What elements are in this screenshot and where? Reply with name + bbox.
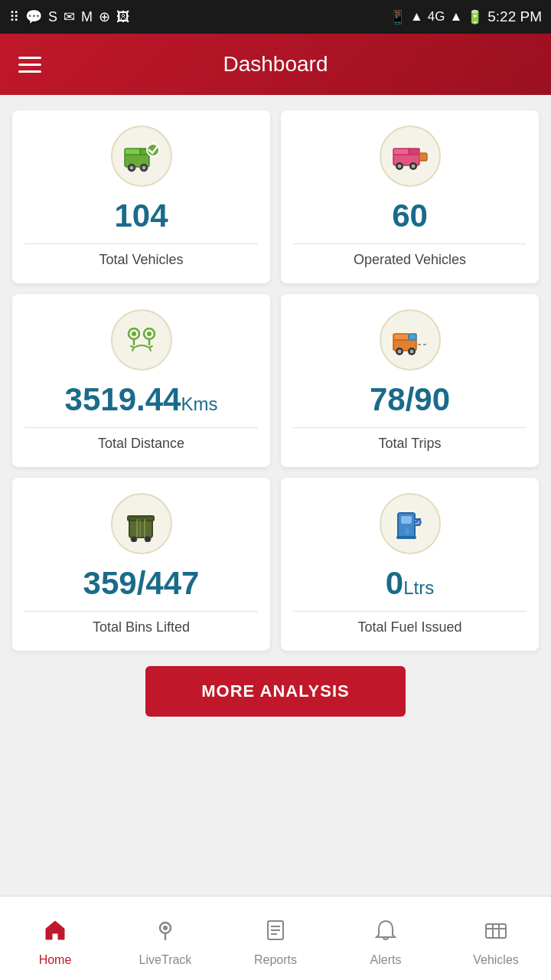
total-vehicles-icon: [111, 126, 172, 187]
svg-point-26: [397, 350, 401, 354]
total-distance-value: 3519.44Kms: [65, 381, 218, 418]
total-vehicles-value: 104: [114, 198, 168, 234]
header: Dashboard: [0, 34, 551, 95]
svg-point-17: [132, 332, 136, 336]
svg-point-12: [397, 165, 401, 168]
svg-point-41: [163, 926, 168, 930]
gmail-icon: M: [81, 9, 93, 25]
svg-rect-23: [393, 334, 409, 340]
status-left-icons: ⠿ 💬 S ✉ M ⊕ 🖼: [9, 8, 130, 25]
phone-icon: 📱: [390, 9, 406, 25]
operated-vehicles-value: 60: [392, 198, 428, 234]
alerts-icon: [373, 918, 398, 949]
svg-rect-39: [396, 536, 416, 539]
svg-point-35: [145, 536, 151, 542]
status-bar: ⠿ 💬 S ✉ M ⊕ 🖼 📱 ▲ 4G ▲ 🔋 5:22 PM: [0, 0, 551, 34]
total-bins-icon: [111, 493, 172, 554]
home-label: Home: [39, 953, 72, 967]
card-total-trips[interactable]: 78/90 Total Trips: [281, 294, 539, 467]
svg-rect-1: [125, 149, 142, 155]
svg-rect-24: [409, 334, 416, 340]
fuel-unit: Ltrs: [403, 577, 434, 598]
svg-rect-30: [129, 519, 152, 537]
card-total-bins[interactable]: 359/447 Total Bins Lifted: [12, 478, 270, 651]
operated-vehicles-label: Operated Vehicles: [354, 252, 466, 268]
card-divider-6: [293, 611, 527, 612]
svg-rect-9: [393, 149, 410, 155]
total-bins-value: 359/447: [83, 565, 200, 602]
more-analysis-button[interactable]: MORE ANALYSIS: [145, 666, 406, 717]
card-total-vehicles[interactable]: 104 Total Vehicles: [12, 110, 270, 283]
svg-rect-46: [486, 924, 506, 938]
card-total-fuel[interactable]: 0Ltrs Total Fuel Issued: [281, 478, 539, 651]
cards-grid: 104 Total Vehicles 60 Operated V: [12, 110, 539, 651]
svg-point-20: [147, 332, 152, 336]
svg-rect-10: [409, 149, 419, 155]
photo-icon: 🖼: [116, 9, 130, 25]
card-operated-vehicles[interactable]: 60 Operated Vehicles: [281, 110, 539, 283]
total-bins-label: Total Bins Lifted: [93, 619, 190, 635]
total-trips-label: Total Trips: [378, 436, 441, 452]
card-divider-4: [293, 427, 527, 428]
status-right-icons: 📱 ▲ 4G ▲ 🔋 5:22 PM: [390, 8, 542, 25]
svg-rect-31: [128, 516, 154, 521]
time-display: 5:22 PM: [487, 8, 542, 25]
vehicles-label: Vehicles: [473, 953, 519, 967]
livetrack-label: LiveTrack: [139, 953, 192, 967]
total-fuel-icon: [380, 493, 441, 554]
card-total-distance[interactable]: 3519.44Kms Total Distance: [12, 294, 270, 467]
total-distance-label: Total Distance: [98, 436, 184, 452]
alerts-label: Alerts: [370, 953, 402, 967]
card-divider-3: [24, 427, 258, 428]
whatsapp-icon: 💬: [25, 8, 42, 25]
menu-button[interactable]: [18, 57, 41, 73]
reports-label: Reports: [254, 953, 297, 967]
total-vehicles-label: Total Vehicles: [99, 252, 183, 268]
svg-point-28: [409, 350, 413, 354]
total-distance-icon: [111, 309, 172, 371]
main-content: 104 Total Vehicles 60 Operated V: [0, 95, 551, 896]
nav-reports[interactable]: Reports: [220, 910, 331, 967]
svg-point-14: [411, 165, 415, 168]
battery-icon: 🔋: [467, 9, 483, 25]
svg-point-4: [129, 166, 133, 170]
total-trips-icon: [380, 309, 441, 371]
card-divider-2: [293, 243, 527, 244]
total-fuel-label: Total Fuel Issued: [357, 619, 461, 635]
signal2-icon: ▲: [449, 9, 462, 24]
home-icon: [43, 918, 67, 949]
nav-livetrack[interactable]: LiveTrack: [110, 910, 220, 967]
total-trips-value: 78/90: [370, 381, 450, 418]
nav-alerts[interactable]: Alerts: [331, 910, 441, 967]
bottom-nav: Home LiveTrack Reports: [0, 896, 551, 980]
operated-vehicles-icon: [380, 126, 441, 187]
distance-unit: Kms: [181, 394, 217, 414]
svg-rect-15: [419, 153, 427, 161]
vehicles-icon: [484, 918, 508, 949]
chrome-icon: ⊕: [99, 8, 110, 25]
nav-home[interactable]: Home: [0, 910, 110, 967]
svg-point-34: [131, 536, 137, 542]
skype-icon: S: [48, 9, 57, 25]
card-divider-5: [24, 611, 258, 612]
reports-icon: [263, 918, 288, 949]
nav-vehicles[interactable]: Vehicles: [441, 910, 551, 967]
svg-rect-38: [401, 516, 412, 524]
network-label: 4G: [428, 9, 445, 24]
msg-icon: ✉: [64, 8, 75, 25]
livetrack-icon: [153, 918, 178, 949]
signal-icon: ▲: [410, 9, 423, 24]
total-fuel-value: 0Ltrs: [386, 565, 434, 602]
page-title: Dashboard: [60, 52, 491, 77]
notification-icon: ⠿: [9, 8, 19, 25]
card-divider: [24, 243, 258, 244]
svg-point-6: [142, 166, 145, 170]
